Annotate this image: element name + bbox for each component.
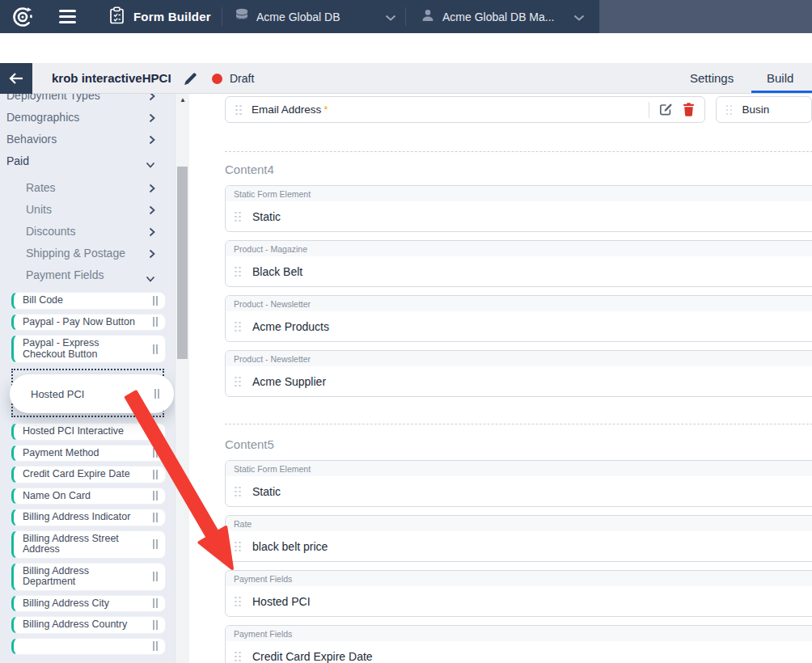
sidebar-item-shipping-postage[interactable]: Shipping & Postage: [0, 242, 175, 264]
element-label: Acme Products: [252, 320, 329, 333]
omeda-logo-icon[interactable]: [11, 0, 34, 33]
status-dot: [212, 74, 222, 84]
element-body[interactable]: Static: [226, 476, 812, 506]
form-element-card[interactable]: Product - Newsletter Acme Products: [225, 295, 812, 342]
hamburger-menu-icon[interactable]: [58, 0, 76, 33]
sidebar-item-payment-fields[interactable]: Payment Fields: [0, 264, 175, 285]
top-app-bar: Form Builder Acme Global DB Acme Global …: [0, 0, 812, 33]
element-body[interactable]: Acme Products: [226, 311, 812, 341]
element-body[interactable]: Black Belt: [226, 256, 812, 286]
drag-handle-icon[interactable]: [153, 620, 158, 630]
element-type-label: Product - Newsletter: [226, 351, 812, 366]
field-chip-hosted-pci-interactive[interactable]: Hosted PCI Interactive: [11, 423, 166, 441]
sidebar-item-behaviors[interactable]: Behaviors: [0, 128, 175, 150]
sidebar-scrollbar[interactable]: ▲: [175, 94, 189, 663]
drag-handle-icon[interactable]: [154, 389, 159, 399]
element-type-label: Rate: [226, 516, 812, 531]
drag-dots-icon[interactable]: [235, 542, 240, 551]
field-chip-billing-department[interactable]: Billing Address Department: [11, 563, 166, 591]
account-selector[interactable]: Acme Global DB Ma...: [421, 0, 555, 33]
element-label: black belt price: [252, 540, 328, 553]
sidebar-item-label: Discounts: [26, 225, 75, 238]
drag-handle-icon[interactable]: [153, 317, 158, 327]
drag-dots-icon[interactable]: [235, 322, 240, 332]
drag-handle-icon[interactable]: [153, 641, 158, 651]
element-body[interactable]: Hosted PCI: [226, 586, 812, 616]
chip-label: Billing Address Indicator: [23, 511, 130, 522]
chip-label: Payment Method: [23, 447, 99, 458]
field-chip-billing-indicator[interactable]: Billing Address Indicator: [11, 509, 166, 526]
field-chip-billing-city[interactable]: Billing Address City: [11, 595, 166, 613]
business-field-card-partial[interactable]: Busin: [716, 96, 812, 123]
field-chip-billing-country[interactable]: Billing Address Country: [11, 616, 166, 634]
drag-dots-icon[interactable]: [235, 212, 240, 222]
topbar-divider: [405, 7, 406, 26]
field-chip-bill-code[interactable]: Bill Code: [11, 292, 166, 310]
element-body[interactable]: Static: [226, 201, 812, 231]
field-chip-name-on-card[interactable]: Name On Card: [11, 488, 166, 505]
edit-icon[interactable]: [659, 103, 673, 116]
sidebar-item-rates[interactable]: Rates: [0, 176, 175, 198]
drag-dots-icon[interactable]: [235, 487, 240, 496]
element-label: Black Belt: [252, 265, 302, 278]
back-button[interactable]: [0, 63, 32, 94]
sidebar-item-demographics[interactable]: Demographics: [0, 106, 175, 128]
drag-handle-icon[interactable]: [153, 513, 158, 522]
drag-handle-icon[interactable]: [153, 448, 158, 458]
drag-handle-icon[interactable]: [153, 572, 158, 581]
field-chip-payment-method[interactable]: Payment Method: [11, 445, 166, 462]
canvas-top-row: Email Address *: [225, 96, 812, 123]
field-chip-hosted-pci-dragging[interactable]: Hosted PCI: [10, 374, 174, 413]
trash-icon[interactable]: [683, 103, 695, 116]
field-label: Busin: [742, 103, 770, 116]
drag-dots-icon[interactable]: [235, 377, 240, 386]
edit-title-pencil-icon[interactable]: [184, 72, 197, 89]
form-element-card[interactable]: Product - Magazine Black Belt: [225, 240, 812, 287]
scrollbar-up-arrow[interactable]: ▲: [176, 96, 190, 103]
drag-handle-icon[interactable]: [153, 344, 158, 354]
sidebar-item-label: Behaviors: [6, 133, 57, 146]
element-body[interactable]: Credit Card Expire Date: [226, 641, 812, 663]
drag-handle-icon[interactable]: [153, 296, 158, 306]
drag-dots-icon[interactable]: [235, 652, 240, 661]
drag-handle-icon[interactable]: [153, 539, 158, 549]
field-chip-credit-card-expire[interactable]: Credit Card Expire Date: [11, 466, 166, 484]
form-element-card[interactable]: Rate black belt price: [225, 515, 812, 562]
email-address-field-card[interactable]: Email Address *: [225, 96, 705, 123]
field-chip-paypal-pay-now[interactable]: Paypal - Pay Now Button: [11, 314, 166, 332]
drag-dots-icon[interactable]: [235, 105, 241, 115]
drag-dots-icon[interactable]: [235, 597, 240, 606]
scrollbar-thumb[interactable]: [177, 167, 188, 359]
form-element-card[interactable]: Static Form Element Static: [225, 460, 812, 507]
chevron-right-icon: [149, 183, 155, 196]
drag-handle-icon[interactable]: [153, 491, 158, 500]
element-body[interactable]: black belt price: [226, 531, 812, 561]
section-title-content4: Content4: [225, 163, 812, 177]
chevron-right-icon: [149, 248, 155, 261]
drag-dots-icon[interactable]: [235, 267, 240, 277]
chevron-right-icon: [149, 134, 155, 147]
chip-label: Name On Card: [23, 490, 91, 501]
drag-handle-icon[interactable]: [153, 470, 158, 479]
form-element-card[interactable]: Product - Newsletter Acme Supplier: [225, 350, 812, 397]
element-body[interactable]: Acme Supplier: [226, 366, 812, 396]
form-element-card-hosted-pci[interactable]: Payment Fields Hosted PCI: [225, 570, 812, 617]
drag-handle-icon[interactable]: [153, 427, 158, 437]
section-divider: [225, 151, 812, 152]
section-title-content5: Content5: [225, 437, 812, 452]
field-chip-partial[interactable]: [11, 638, 166, 655]
tab-settings[interactable]: Settings: [690, 63, 734, 94]
field-card-actions: [649, 102, 704, 118]
database-selector[interactable]: Acme Global DB: [235, 0, 340, 33]
sidebar-item-discounts[interactable]: Discounts: [0, 220, 175, 242]
tab-build[interactable]: Build: [767, 63, 793, 94]
field-chip-billing-street[interactable]: Billing Address Street Address: [11, 530, 166, 559]
sidebar-item-units[interactable]: Units: [0, 198, 175, 220]
field-chip-paypal-express[interactable]: Paypal - Express Checkout Button: [11, 335, 166, 363]
topbar-divider: [222, 7, 222, 26]
drag-dots-icon[interactable]: [726, 105, 732, 115]
sidebar-item-paid[interactable]: Paid: [0, 150, 175, 171]
form-element-card[interactable]: Static Form Element Static: [225, 185, 812, 232]
drag-handle-icon[interactable]: [153, 598, 158, 608]
form-element-card[interactable]: Payment Fields Credit Card Expire Date: [225, 625, 812, 663]
